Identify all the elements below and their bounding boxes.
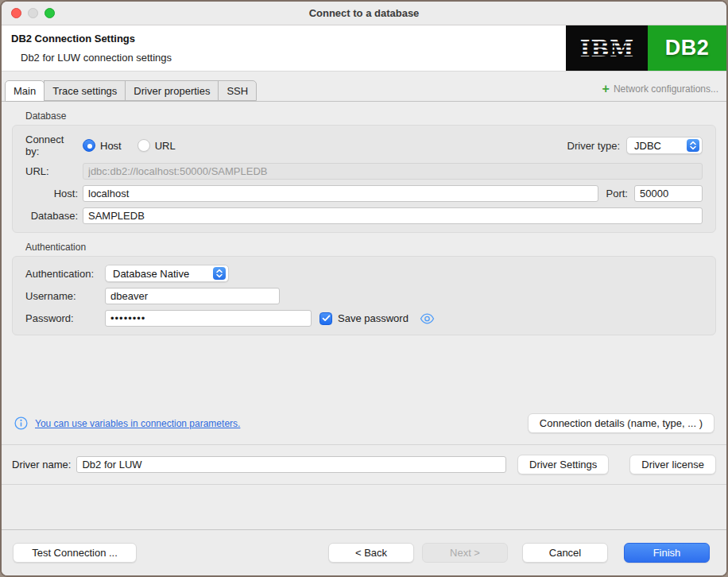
- username-label: Username:: [25, 290, 100, 302]
- variables-help-link[interactable]: You can use variables in connection para…: [35, 418, 240, 429]
- authentication-label: Authentication:: [25, 268, 100, 280]
- connection-details-button[interactable]: Connection details (name, type, ... ): [528, 413, 714, 433]
- network-configurations-button[interactable]: + Network configurations...: [602, 83, 718, 95]
- connect-dialog: Connect to a database DB2 Connection Set…: [0, 0, 728, 577]
- tab-main[interactable]: Main: [5, 80, 45, 102]
- dialog-header: DB2 Connection Settings Db2 for LUW conn…: [2, 25, 726, 72]
- driver-type-value: JDBC: [634, 140, 661, 152]
- database-row: Database:: [25, 207, 703, 224]
- traffic-lights: [11, 8, 55, 18]
- db2-logo-icon: DB2: [648, 25, 726, 71]
- port-label: Port:: [606, 188, 628, 199]
- save-password-checkbox[interactable]: [319, 312, 332, 325]
- database-input[interactable]: [83, 207, 703, 224]
- ibm-logo-icon: IBM: [566, 25, 648, 71]
- chevron-up-down-icon: [687, 139, 699, 152]
- close-window-button[interactable]: [11, 8, 21, 18]
- plus-icon: +: [602, 83, 610, 95]
- tab-driver-properties[interactable]: Driver properties: [125, 80, 219, 101]
- username-input[interactable]: [105, 288, 280, 304]
- authentication-group: Authentication: Database Native Username…: [12, 256, 716, 335]
- radio-unselected-icon: [137, 139, 150, 152]
- cancel-button[interactable]: Cancel: [522, 543, 608, 563]
- driver-name-input[interactable]: [76, 456, 506, 473]
- connect-by-row: Connect by: Host URL Driver type: JDBC: [25, 134, 703, 157]
- radio-selected-icon: [83, 139, 95, 152]
- authentication-value: Database Native: [113, 268, 189, 280]
- password-label: Password:: [25, 312, 100, 324]
- minimize-window-button[interactable]: [28, 8, 38, 18]
- driver-settings-button[interactable]: Driver Settings: [517, 455, 609, 474]
- driver-row: Driver name: Driver Settings Driver lice…: [2, 445, 726, 484]
- footer-button-bar: Test Connection ... < Back Next > Cancel…: [2, 529, 726, 575]
- db2-logo-text: DB2: [665, 36, 710, 60]
- authentication-select[interactable]: Database Native: [105, 265, 229, 282]
- url-label: URL:: [25, 165, 78, 177]
- titlebar: Connect to a database: [2, 2, 726, 25]
- window-title: Connect to a database: [2, 7, 726, 19]
- port-input[interactable]: [634, 185, 703, 202]
- checkmark-icon: [322, 315, 331, 322]
- database-group-label: Database: [25, 110, 716, 122]
- authentication-group-label: Authentication: [25, 242, 716, 253]
- database-label: Database:: [25, 210, 78, 222]
- driver-name-label: Driver name:: [12, 459, 71, 471]
- next-button[interactable]: Next >: [422, 543, 508, 563]
- username-row: Username:: [25, 288, 703, 304]
- main-tab-content: Database Connect by: Host URL Driver typ…: [2, 102, 726, 444]
- back-button[interactable]: < Back: [328, 543, 414, 563]
- test-connection-button[interactable]: Test Connection ...: [13, 543, 137, 563]
- driver-license-button[interactable]: Driver license: [629, 455, 716, 474]
- database-group: Connect by: Host URL Driver type: JDBC: [12, 125, 716, 233]
- spacer: [2, 485, 726, 529]
- tab-ssh[interactable]: SSH: [218, 80, 257, 101]
- finish-button[interactable]: Finish: [624, 543, 710, 563]
- driver-type-label: Driver type:: [567, 140, 620, 152]
- zoom-window-button[interactable]: [45, 8, 55, 18]
- authentication-row: Authentication: Database Native: [25, 265, 703, 282]
- url-row: URL:: [25, 163, 703, 180]
- show-password-eye-icon[interactable]: [420, 313, 435, 324]
- connect-by-label: Connect by:: [25, 134, 78, 157]
- host-label: Host:: [25, 188, 78, 199]
- tab-trace-settings[interactable]: Trace settings: [44, 80, 126, 101]
- host-row: Host: Port:: [25, 185, 703, 202]
- connect-by-url-radio[interactable]: URL: [137, 139, 176, 152]
- password-row: Password: Save password: [25, 310, 703, 327]
- driver-type-select[interactable]: JDBC: [626, 137, 703, 154]
- info-icon: [14, 416, 28, 430]
- connect-by-host-radio[interactable]: Host: [83, 139, 122, 152]
- spacer: [12, 335, 716, 413]
- url-input[interactable]: [83, 163, 703, 180]
- host-radio-label: Host: [100, 140, 122, 152]
- host-input[interactable]: [83, 185, 598, 202]
- variables-row: You can use variables in connection para…: [14, 413, 714, 433]
- save-password-label: Save password: [338, 312, 409, 324]
- chevron-up-down-icon: [213, 267, 226, 280]
- svg-text:IBM: IBM: [579, 37, 633, 61]
- network-configurations-label: Network configurations...: [614, 83, 718, 95]
- url-radio-label: URL: [155, 140, 176, 152]
- password-input[interactable]: [105, 310, 312, 327]
- db2-branding: IBM DB2: [566, 25, 726, 71]
- tab-bar: Main Trace settings Driver properties SS…: [2, 72, 726, 102]
